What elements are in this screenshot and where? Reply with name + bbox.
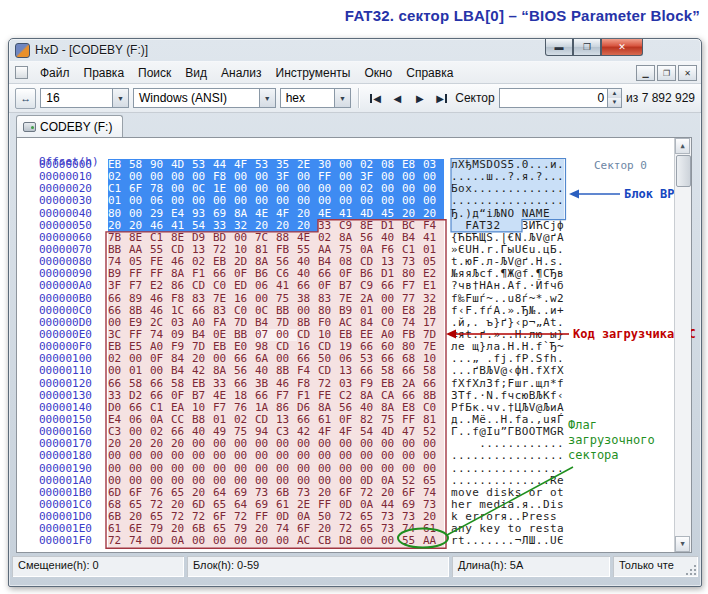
minimize-button[interactable]: ▬ [545,39,573,56]
hex-byte[interactable]: 00 [213,463,234,475]
hex-byte[interactable]: 32 [423,293,444,305]
hex-byte[interactable]: 00 [108,475,129,487]
decoded-text[interactable]: ле щ}ла.Н.Н.f`Ђ~ [451,340,564,353]
hex-byte[interactable]: 00 [192,450,213,462]
hex-byte[interactable]: 66 [150,390,171,402]
hex-byte[interactable]: E1 [423,280,444,292]
hex-byte[interactable]: 45 [381,208,402,220]
hex-byte[interactable]: 00 [171,450,192,462]
decoded-text[interactable]: .й,. ъ}ґ}‹р¬„Аt. [451,316,564,329]
hex-byte[interactable]: B7 [192,390,213,402]
hex-byte[interactable]: F7 [129,280,150,292]
hex-byte[interactable]: F7 [276,390,297,402]
hex-byte[interactable]: AC [297,535,318,547]
hex-byte[interactable]: 80 [108,208,129,220]
hex-byte[interactable]: 18 [234,390,255,402]
hex-byte[interactable]: 65 [423,475,444,487]
hex-byte[interactable]: 0D [360,475,381,487]
hex-byte[interactable]: 00 [129,475,150,487]
hex-byte[interactable]: 00 [339,463,360,475]
encoding-select[interactable]: Windows (ANSI) ▼ [133,88,276,108]
hex-byte[interactable]: 00 [129,450,150,462]
hex-byte[interactable]: 0F [171,390,192,402]
hex-byte[interactable]: 58 [423,365,444,377]
hex-byte[interactable]: 06 [150,195,171,207]
hex-byte[interactable]: 0D [150,535,171,547]
hex-byte[interactable]: 00 [234,535,255,547]
hex-byte[interactable]: 66 [402,365,423,377]
hex-byte[interactable]: 93 [192,208,213,220]
hex-byte[interactable]: 00 [150,365,171,377]
decoded-text[interactable]: 3Тf.·N.fчсюВЉКf‹ [451,389,564,402]
menu-search[interactable]: Поиск [131,64,178,82]
hex-byte[interactable]: C2 [339,390,360,402]
hex-rows[interactable]: 00000000EB58904D53444F53352E30000208E803… [17,159,675,548]
hex-byte[interactable]: 00 [150,475,171,487]
hex-byte[interactable]: 00 [171,195,192,207]
decoded-text[interactable]: f‰Fшѓ~..u8ѓ~*.w2 [451,292,564,305]
decoded-text[interactable]: №яяЉсf.¶Ж@f.¶СЂв [451,267,564,280]
hex-byte[interactable]: 66 [423,378,444,390]
hex-byte[interactable]: 00 [150,463,171,475]
hex-byte[interactable]: 00 [360,463,381,475]
hex-byte[interactable]: 00 [234,195,255,207]
scroll-down-icon[interactable]: ▼ [675,536,690,552]
hex-byte[interactable]: 00 [213,475,234,487]
hex-byte[interactable]: 0A [171,535,192,547]
hex-row[interactable]: 00000040800029E493698A4E4F204E414D452020… [17,208,675,220]
hex-byte[interactable]: 00 [213,195,234,207]
hex-byte[interactable]: 74 [129,535,150,547]
menu-file[interactable]: Файл [33,64,77,82]
hex-byte[interactable]: 7E [213,293,234,305]
hex-byte[interactable]: 33 [213,378,234,390]
bytes-per-row-select[interactable]: 16 ▼ [40,88,129,108]
hex-byte[interactable]: F9 [360,378,381,390]
decoded-text[interactable]: 3ЙЋСјф [522,219,564,232]
hex-byte[interactable]: 16 [234,293,255,305]
hex-byte[interactable]: 41 [276,280,297,292]
hex-byte[interactable]: CA [381,390,402,402]
hex-byte[interactable]: F8 [171,293,192,305]
hex-byte[interactable]: 75 [276,293,297,305]
mdi-minimize-button[interactable]: ▁ [636,65,655,81]
hex-byte[interactable]: 00 [276,450,297,462]
hex-byte[interactable]: 8A [213,365,234,377]
hex-byte[interactable]: 0A [381,475,402,487]
hex-byte[interactable]: F7 [402,280,423,292]
hex-byte[interactable]: 00 [276,463,297,475]
hex-byte[interactable]: 72 [318,378,339,390]
bytes-per-row-icon[interactable]: ↔ [15,88,36,109]
decoded-text[interactable]: »ЄUН.r.ЃыUЄu.цБ. [451,243,564,256]
hex-byte[interactable]: 42 [192,365,213,377]
decoded-text[interactable]: {ЋБЋЩЅ.|€N.ЉV@ґA [451,231,564,244]
decoded-text[interactable]: ............ [451,437,564,450]
hex-byte[interactable]: 00 [129,195,150,207]
hex-byte[interactable]: 69 [213,208,234,220]
hex-byte[interactable]: 00 [276,195,297,207]
decoded-text[interactable]: f‹F.fѓА.».Ђ№..и+ [451,304,564,317]
hex-byte[interactable]: 2A [360,293,381,305]
hex-byte[interactable]: 00 [318,463,339,475]
sector-stepper[interactable]: ▲▼ [607,89,621,107]
hex-byte[interactable]: 00 [297,463,318,475]
hex-byte[interactable]: 8B [276,365,297,377]
hex-byte[interactable]: 00 [360,450,381,462]
hex-row[interactable]: 0000003001000600000000000000000000000000… [17,195,675,207]
tab-codeby-f[interactable]: CODEBY (F:) [16,115,123,137]
decoded-text-selected[interactable]: ................ [451,194,564,207]
decoded-text[interactable]: any key to resta [451,522,564,535]
hex-byte[interactable]: 20 [423,208,444,220]
next-sector-button[interactable]: ▶ [411,88,429,108]
sector-input[interactable]: 0 ▲▼ [499,88,622,108]
hex-byte[interactable]: 4F [276,208,297,220]
hex-byte[interactable]: 56 [234,365,255,377]
decoded-text[interactable]: ?чв†НАн.Af.·Йfчб [451,279,564,292]
hex-byte[interactable]: 4D [360,208,381,220]
hex-byte[interactable]: 00 [318,195,339,207]
chevron-down-icon[interactable]: ▼ [334,89,350,107]
hex-byte[interactable]: D2 [129,390,150,402]
hex-byte[interactable]: 3F [108,280,129,292]
hex-byte[interactable]: 00 [276,475,297,487]
hex-byte[interactable]: 00 [255,475,276,487]
decoded-text[interactable]: her media.я..Dis [451,498,564,511]
